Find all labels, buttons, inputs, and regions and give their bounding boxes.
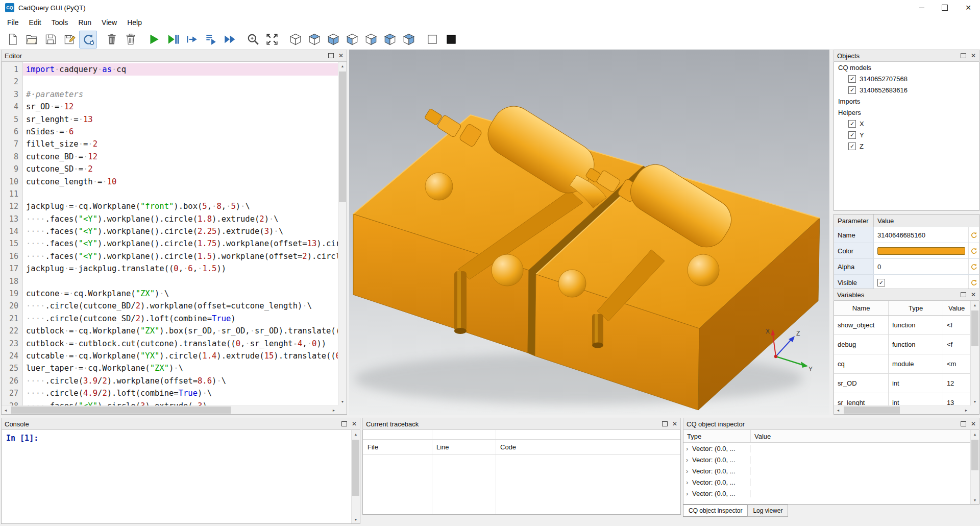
autoreload-button[interactable] [79,31,97,49]
close-icon[interactable]: ✕ [352,421,357,427]
checkbox[interactable] [848,142,856,150]
close-icon[interactable]: ✕ [971,421,976,427]
editor-horizontal-scrollbar[interactable]: ◄ ► [2,405,338,414]
code-line-12[interactable]: jackplug·=·cq.Workplane("front").box(5,·… [23,200,338,212]
close-icon[interactable]: ✕ [338,53,344,59]
variable-row-sr_OD[interactable]: sr_ODint12 [834,374,970,393]
inspector-vertical-scrollbar[interactable]: ▲ ▼ [970,430,979,504]
code-line-25[interactable]: luer_taper·=·cq.Workplane("ZX")·\ [23,362,338,374]
scrollbar-thumb[interactable] [971,440,978,470]
view-ortho-button[interactable] [423,31,441,49]
3d-scene[interactable]: X Z Y [349,50,829,415]
menu-view[interactable]: View [96,16,122,29]
editor-vertical-scrollbar[interactable]: ▲ ▼ [338,62,347,405]
tab-log-viewer[interactable]: Log viewer [747,505,788,517]
menu-file[interactable]: File [2,16,24,29]
editor-dock-header[interactable]: Editor ✕ [1,50,347,62]
reset-button[interactable] [968,227,979,243]
code-line-8[interactable]: cutcone_BD·=·12 [23,151,338,163]
traceback-dock-header[interactable]: Current traceback ✕ [362,418,681,430]
close-icon[interactable]: ✕ [672,421,677,427]
view-top-button[interactable] [305,31,323,49]
code-line-21[interactable]: ····.circle(cutcone_SD/2).loft(combine=T… [23,313,338,325]
continue-button[interactable] [220,31,238,49]
open-file-button[interactable] [22,31,40,49]
scroll-down-arrow[interactable]: ▼ [971,496,979,504]
scrollbar-thumb[interactable] [971,310,978,346]
reset-button[interactable] [968,275,979,290]
code-line-28[interactable]: ····.faces("<Y").circle(3).extrude(-3) [23,400,338,405]
zoom-fit-button[interactable] [244,31,262,49]
scroll-up-arrow[interactable]: ▲ [971,301,979,309]
view-iso-button[interactable] [286,31,304,49]
maximize-button[interactable] [933,0,957,15]
view-right-button[interactable] [362,31,380,49]
code-line-9[interactable]: cutcone_SD·=·2 [23,163,338,175]
chevron-right-icon[interactable]: › [686,467,692,475]
scrollbar-thumb[interactable] [844,407,900,414]
chevron-right-icon[interactable]: › [686,490,692,497]
scroll-down-arrow[interactable]: ▼ [338,397,347,405]
property-value[interactable]: 3140646685160 [874,227,968,243]
tree-item-3140652707568[interactable]: 3140652707568 [834,73,979,84]
menu-run[interactable]: Run [73,16,96,29]
console-area[interactable]: In [1]: ▲ ▼ [1,430,360,524]
view-left-button[interactable] [343,31,361,49]
code-line-18[interactable] [23,275,338,288]
tree-item-helpers[interactable]: Helpers [834,107,979,118]
code-line-2[interactable] [23,76,338,88]
new-file-button[interactable] [4,31,21,49]
code-line-16[interactable]: ····.faces("<Y").workplane().circle(1.5)… [23,250,338,262]
scroll-right-arrow[interactable]: ► [962,406,970,414]
scrollbar-thumb[interactable] [11,407,231,414]
save-as-button[interactable] [60,31,78,49]
tree-item-cq-models[interactable]: CQ models [834,62,979,73]
float-icon[interactable] [341,421,347,426]
inspector-row-2[interactable]: ›Vector: (0.0, ... [683,454,970,465]
close-icon[interactable]: ✕ [971,53,976,59]
view-shaded-button[interactable] [442,31,460,49]
debug-button[interactable] [164,31,182,49]
property-value[interactable]: 0 [874,259,968,274]
inspector-row-4[interactable]: ›Vector: (0.0, ... [683,476,970,488]
render-button[interactable] [145,31,163,49]
code-line-24[interactable]: cutcable·=·cq.Workplane("YX").circle(1.4… [23,350,338,362]
float-icon[interactable] [662,421,668,426]
console-dock-header[interactable]: Console ✕ [1,418,360,430]
delete-button[interactable] [121,31,139,49]
tree-item-3140652683616[interactable]: 3140652683616 [834,84,979,95]
scroll-up-arrow[interactable]: ▲ [352,430,360,438]
console-vertical-scrollbar[interactable]: ▲ ▼ [351,430,360,523]
code-line-17[interactable]: jackplug·=·jackplug.translate((0,·6,·1.5… [23,262,338,275]
code-line-13[interactable]: ····.faces("<Y").workplane().circle(1.8)… [23,213,338,225]
scroll-up-arrow[interactable]: ▲ [971,430,979,438]
menu-help[interactable]: Help [122,16,147,29]
scroll-up-arrow[interactable]: ▲ [338,62,347,70]
fit-all-button[interactable] [263,31,281,49]
minimize-button[interactable] [910,0,933,15]
inspector-row-1[interactable]: ›Vector: (0.0, ... [683,443,970,454]
variables-vertical-scrollbar[interactable]: ▲ ▼ [970,301,979,405]
view-bottom-button[interactable] [324,31,342,49]
code-line-22[interactable]: cutblock·=·cq.Workplane("ZX").box(sr_OD,… [23,325,338,337]
menu-edit[interactable]: Edit [24,16,46,29]
chevron-right-icon[interactable]: › [686,456,692,464]
float-icon[interactable] [961,292,966,297]
scrollbar-thumb[interactable] [352,440,359,496]
code-line-3[interactable]: #·parameters [23,88,338,101]
scroll-down-arrow[interactable]: ▼ [352,515,360,523]
close-button[interactable]: ✕ [957,0,980,15]
checkbox[interactable] [848,131,856,139]
code-line-7[interactable]: fillet_size·=·2 [23,138,338,150]
checkbox[interactable] [848,75,856,83]
inspector-row-3[interactable]: ›Vector: (0.0, ... [683,465,970,476]
variable-row-cq[interactable]: cqmodule<m [834,354,970,374]
inspector-row-5[interactable]: ›Vector: (0.0, ... [683,488,970,499]
scroll-right-arrow[interactable]: ► [330,406,338,414]
scroll-left-arrow[interactable]: ◄ [2,406,10,414]
menu-tools[interactable]: Tools [46,16,74,29]
close-icon[interactable]: ✕ [971,292,976,298]
view-front-button[interactable] [381,31,399,49]
scrollbar-thumb[interactable] [339,71,346,202]
code-line-5[interactable]: sr_lenght·=·13 [23,113,338,126]
